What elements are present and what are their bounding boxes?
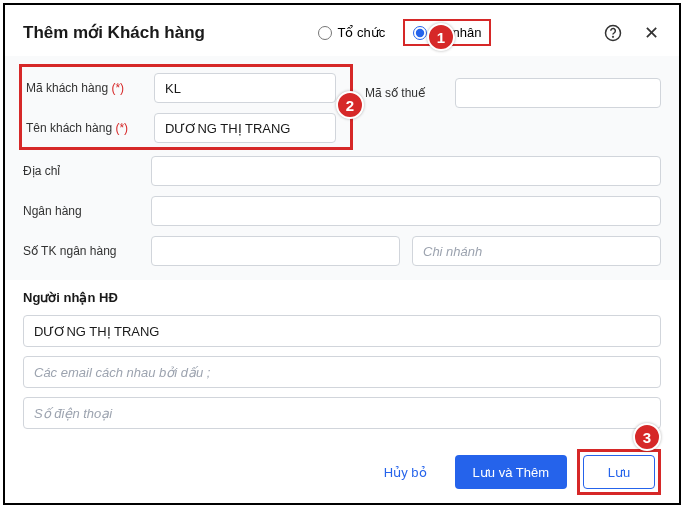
bank-account-label: Số TK ngân hàng [23, 244, 139, 258]
bank-label: Ngân hàng [23, 204, 139, 218]
form-body: Mã khách hàng (*) Tên khách hàng (*) [5, 56, 679, 280]
customer-code-input[interactable] [154, 73, 336, 103]
svg-point-1 [613, 36, 614, 37]
modal-header: Thêm mới Khách hàng Tổ chức Cá nhân ✕ [5, 5, 679, 56]
recipient-section-title: Người nhận HĐ [23, 290, 661, 305]
bank-input[interactable] [151, 196, 661, 226]
address-input[interactable] [151, 156, 661, 186]
close-icon[interactable]: ✕ [641, 23, 661, 43]
cancel-button[interactable]: Hủy bỏ [366, 455, 445, 489]
callout-3: 3 [633, 423, 661, 451]
save-and-add-button[interactable]: Lưu và Thêm [455, 455, 567, 489]
radio-organization[interactable]: Tổ chức [308, 19, 395, 46]
radio-organization-label: Tổ chức [337, 25, 385, 40]
callout-1: 1 [427, 23, 455, 51]
callout-2: 2 [336, 91, 364, 119]
customer-type-radio-group: Tổ chức Cá nhân [308, 19, 491, 46]
radio-organization-input[interactable] [318, 26, 332, 40]
recipient-name-input[interactable] [23, 315, 661, 347]
modal-footer: Hủy bỏ Lưu và Thêm Lưu [5, 443, 679, 505]
recipient-phone-input[interactable] [23, 397, 661, 429]
branch-input[interactable] [412, 236, 661, 266]
bank-account-input[interactable] [151, 236, 400, 266]
highlight-box-customer: Mã khách hàng (*) Tên khách hàng (*) [19, 64, 353, 150]
tax-code-label: Mã số thuế [365, 86, 443, 100]
customer-code-label: Mã khách hàng (*) [26, 81, 142, 95]
recipient-email-input[interactable] [23, 356, 661, 388]
save-button[interactable]: Lưu [583, 455, 655, 489]
customer-name-input[interactable] [154, 113, 336, 143]
modal-title: Thêm mới Khách hàng [23, 22, 205, 43]
customer-name-label: Tên khách hàng (*) [26, 121, 142, 135]
save-button-highlight: Lưu [577, 449, 661, 495]
help-icon[interactable] [603, 23, 623, 43]
tax-code-input[interactable] [455, 78, 661, 108]
address-label: Địa chỉ [23, 164, 139, 178]
radio-individual-input[interactable] [413, 26, 427, 40]
recipient-section: Người nhận HĐ [5, 280, 679, 443]
add-customer-modal: Thêm mới Khách hàng Tổ chức Cá nhân ✕ [5, 5, 679, 503]
